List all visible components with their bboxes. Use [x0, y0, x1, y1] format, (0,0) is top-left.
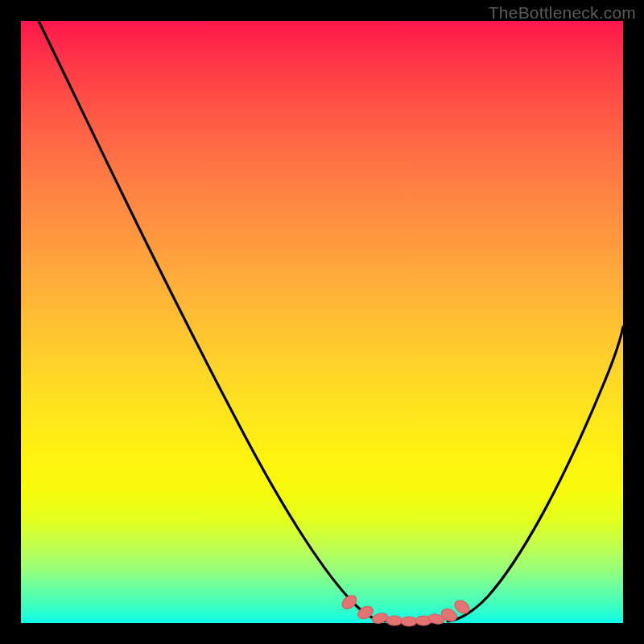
- left-curve: [39, 21, 385, 621]
- right-curve: [448, 327, 623, 621]
- svg-point-2: [371, 612, 389, 625]
- svg-point-4: [401, 617, 417, 626]
- chart-canvas: TheBottleneck.com: [0, 0, 644, 644]
- svg-point-0: [340, 592, 359, 611]
- plot-area: [21, 21, 623, 623]
- bottleneck-curve: [21, 21, 623, 623]
- svg-point-3: [386, 616, 402, 625]
- watermark-text: TheBottleneck.com: [489, 3, 636, 23]
